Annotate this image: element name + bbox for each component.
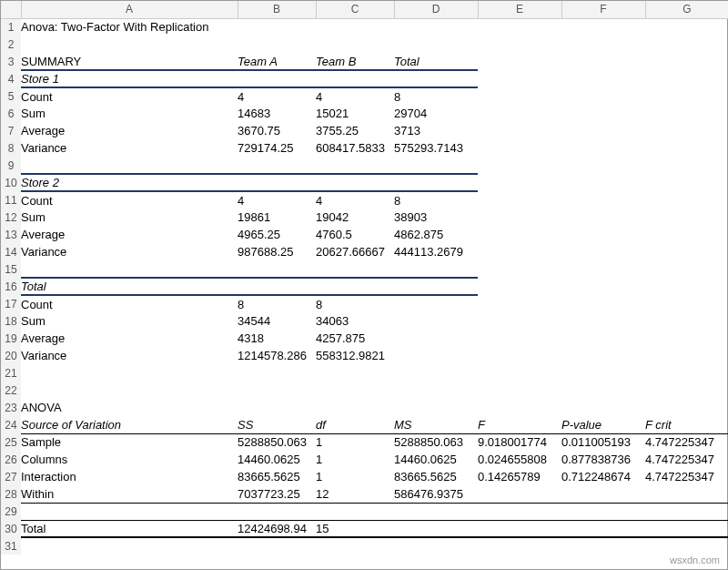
cell[interactable] bbox=[645, 485, 728, 503]
row-header[interactable]: 6 bbox=[1, 105, 21, 122]
col-header-E[interactable]: E bbox=[478, 1, 561, 18]
cell[interactable]: 4760.5 bbox=[316, 226, 394, 243]
block-name-store2[interactable]: Store 2 bbox=[21, 174, 238, 191]
cell[interactable]: 83665.5625 bbox=[394, 468, 478, 485]
row-header[interactable]: 1 bbox=[1, 18, 21, 36]
cell[interactable]: 9.018001774 bbox=[478, 433, 561, 451]
block-name-store1[interactable]: Store 1 bbox=[21, 70, 238, 87]
cell[interactable]: 0.877838736 bbox=[561, 451, 645, 468]
row-header[interactable]: 9 bbox=[1, 157, 21, 174]
cell[interactable]: 558312.9821 bbox=[316, 347, 394, 364]
cell[interactable]: 5288850.063 bbox=[394, 433, 478, 451]
cell[interactable]: 4.747225347 bbox=[645, 468, 728, 485]
cell[interactable]: 0.011005193 bbox=[561, 433, 645, 451]
row-header[interactable]: 19 bbox=[1, 330, 21, 347]
cell[interactable]: 34544 bbox=[238, 312, 316, 330]
row-header[interactable]: 5 bbox=[1, 87, 21, 105]
cell[interactable]: 12424698.94 bbox=[238, 520, 316, 537]
row-header[interactable]: 4 bbox=[1, 70, 21, 87]
col-header-D[interactable]: D bbox=[394, 1, 478, 18]
row-header[interactable]: 24 bbox=[1, 416, 21, 433]
row-header[interactable]: 28 bbox=[1, 485, 21, 503]
header-teamA[interactable]: Team A bbox=[238, 53, 316, 70]
cell[interactable]: 12 bbox=[316, 485, 394, 503]
cell[interactable]: 83665.5625 bbox=[238, 468, 316, 485]
cell[interactable]: 19042 bbox=[316, 209, 394, 226]
cell[interactable]: 4 bbox=[316, 87, 394, 105]
cell[interactable]: 1214578.286 bbox=[238, 347, 316, 364]
cell[interactable]: 586476.9375 bbox=[394, 485, 478, 503]
cell[interactable]: 7037723.25 bbox=[238, 485, 316, 503]
anova-src[interactable]: Total bbox=[21, 520, 238, 537]
cell[interactable]: 4 bbox=[316, 191, 394, 209]
col-header-C[interactable]: C bbox=[316, 1, 394, 18]
cell[interactable]: 14460.0625 bbox=[238, 451, 316, 468]
anova-h-ss[interactable]: SS bbox=[238, 416, 316, 433]
anova-label[interactable]: ANOVA bbox=[21, 399, 238, 416]
label-variance[interactable]: Variance bbox=[21, 243, 238, 260]
row-header[interactable]: 8 bbox=[1, 139, 21, 157]
row-header[interactable]: 14 bbox=[1, 243, 21, 260]
cell[interactable]: 575293.7143 bbox=[394, 139, 478, 157]
cell[interactable]: 987688.25 bbox=[238, 243, 316, 260]
row-header[interactable]: 27 bbox=[1, 468, 21, 485]
worksheet-grid[interactable]: A B C D E F G 1 Anova: Two-Factor With R… bbox=[1, 1, 728, 555]
cell[interactable]: 4 bbox=[238, 87, 316, 105]
row-header[interactable]: 3 bbox=[1, 53, 21, 70]
cell[interactable]: 4965.25 bbox=[238, 226, 316, 243]
row-header[interactable]: 2 bbox=[1, 36, 21, 53]
cell[interactable]: 4257.875 bbox=[316, 330, 394, 347]
row-header[interactable]: 30 bbox=[1, 520, 21, 537]
row-header[interactable]: 15 bbox=[1, 260, 21, 278]
cell[interactable] bbox=[478, 485, 561, 503]
col-header-F[interactable]: F bbox=[561, 1, 645, 18]
cell[interactable]: 4318 bbox=[238, 330, 316, 347]
cell[interactable]: 608417.5833 bbox=[316, 139, 394, 157]
cell[interactable]: 4862.875 bbox=[394, 226, 478, 243]
label-average[interactable]: Average bbox=[21, 330, 238, 347]
cell[interactable]: 14460.0625 bbox=[394, 451, 478, 468]
label-count[interactable]: Count bbox=[21, 191, 238, 209]
row-header[interactable]: 22 bbox=[1, 382, 21, 399]
anova-src[interactable]: Within bbox=[21, 485, 238, 503]
col-header-B[interactable]: B bbox=[238, 1, 316, 18]
cell[interactable]: 0.024655808 bbox=[478, 451, 561, 468]
anova-h-p[interactable]: P-value bbox=[561, 416, 645, 433]
cell[interactable]: 15021 bbox=[316, 105, 394, 122]
anova-src[interactable]: Interaction bbox=[21, 468, 238, 485]
cell[interactable]: 1 bbox=[316, 451, 394, 468]
anova-src[interactable]: Sample bbox=[21, 433, 238, 451]
row-header[interactable]: 12 bbox=[1, 209, 21, 226]
cell[interactable]: 8 bbox=[316, 295, 394, 312]
row-header[interactable]: 20 bbox=[1, 347, 21, 364]
cell[interactable] bbox=[645, 520, 728, 537]
row-header[interactable]: 29 bbox=[1, 503, 21, 520]
label-sum[interactable]: Sum bbox=[21, 209, 238, 226]
row-header[interactable]: 17 bbox=[1, 295, 21, 312]
anova-src[interactable]: Columns bbox=[21, 451, 238, 468]
cell[interactable]: 1 bbox=[316, 433, 394, 451]
summary-label[interactable]: SUMMARY bbox=[21, 53, 238, 70]
cell[interactable] bbox=[478, 520, 561, 537]
row-header[interactable]: 16 bbox=[1, 278, 21, 295]
label-count[interactable]: Count bbox=[21, 87, 238, 105]
cell[interactable]: 20627.66667 bbox=[316, 243, 394, 260]
anova-h-fc[interactable]: F crit bbox=[645, 416, 728, 433]
cell[interactable] bbox=[561, 485, 645, 503]
row-header[interactable]: 23 bbox=[1, 399, 21, 416]
label-variance[interactable]: Variance bbox=[21, 347, 238, 364]
anova-h-f[interactable]: F bbox=[478, 416, 561, 433]
cell[interactable]: 5288850.063 bbox=[238, 433, 316, 451]
cell[interactable]: 3755.25 bbox=[316, 122, 394, 139]
col-header-A[interactable]: A bbox=[21, 1, 238, 18]
row-header[interactable]: 13 bbox=[1, 226, 21, 243]
cell[interactable]: 34063 bbox=[316, 312, 394, 330]
cell[interactable]: 4 bbox=[238, 191, 316, 209]
cell[interactable]: 0.14265789 bbox=[478, 468, 561, 485]
header-teamB[interactable]: Team B bbox=[316, 53, 394, 70]
cell[interactable]: 8 bbox=[394, 87, 478, 105]
header-total[interactable]: Total bbox=[394, 53, 478, 70]
cell[interactable] bbox=[394, 520, 478, 537]
label-sum[interactable]: Sum bbox=[21, 312, 238, 330]
label-count[interactable]: Count bbox=[21, 295, 238, 312]
